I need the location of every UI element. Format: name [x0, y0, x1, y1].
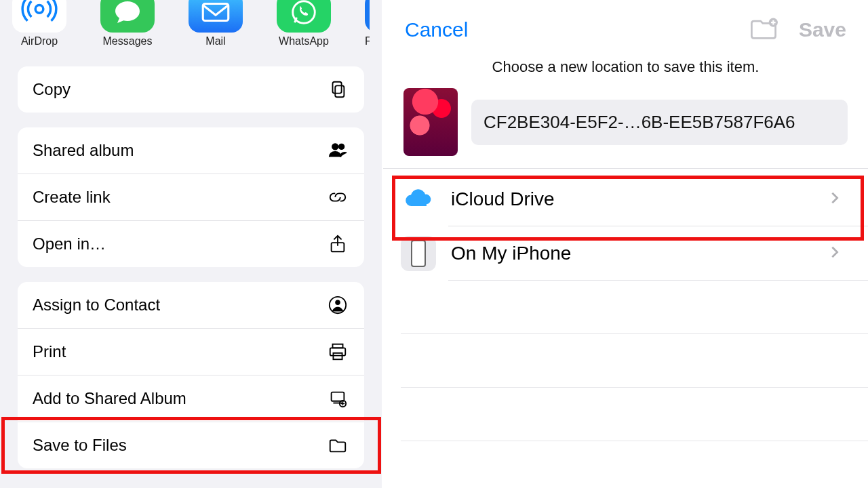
save-to-files-label: Save to Files [33, 436, 127, 455]
open-in-row[interactable]: Open in… [18, 220, 364, 267]
files-save-panel: Cancel Save Choose a new location to sav… [383, 0, 868, 488]
copy-label: Copy [33, 80, 71, 99]
copy-icon [326, 78, 349, 101]
app-whatsapp-label: WhatsApp [277, 35, 331, 47]
action-group-share: Shared album Create link Open in… [18, 127, 364, 267]
open-in-label: Open in… [33, 235, 106, 253]
chevron-right-icon [827, 245, 842, 262]
folder-icon [326, 434, 349, 457]
action-group-misc: Assign to Contact Print Add to Shared Al… [18, 282, 364, 468]
location-iphone-label: On My iPhone [451, 243, 812, 264]
print-label: Print [33, 342, 66, 361]
choose-location-text: Choose a new location to save this item. [383, 58, 868, 76]
app-airdrop[interactable]: AirDrop [12, 0, 66, 47]
create-link-row[interactable]: Create link [18, 174, 364, 220]
app-mail-label: Mail [189, 35, 243, 47]
app-mail[interactable]: Mail [189, 0, 243, 47]
mail-icon [189, 0, 243, 33]
app-messages[interactable]: Messages [100, 0, 155, 47]
file-preview-row: CF2BE304-E5F2-…6B-EE5B7587F6A6 [383, 76, 868, 168]
svg-point-9 [335, 300, 340, 306]
facebook-icon [365, 0, 370, 33]
share-up-icon [326, 232, 349, 256]
cancel-button[interactable]: Cancel [405, 18, 468, 41]
svg-rect-13 [332, 392, 344, 401]
save-to-files-row[interactable]: Save to Files [18, 422, 364, 468]
people-icon [326, 139, 349, 162]
copy-row[interactable]: Copy [18, 66, 364, 113]
iphone-icon [401, 236, 436, 271]
action-group-copy: Copy [18, 66, 364, 113]
svg-rect-3 [333, 82, 342, 94]
shared-album-label: Shared album [33, 141, 134, 160]
save-button[interactable]: Save [799, 18, 846, 41]
airdrop-icon [12, 0, 66, 33]
assign-contact-label: Assign to Contact [33, 296, 160, 314]
app-airdrop-label: AirDrop [12, 35, 66, 47]
share-apps-row: AirDrop Messages Mail WhatsApp Fa [0, 0, 382, 47]
svg-rect-14 [333, 403, 342, 404]
app-facebook[interactable]: Fa [365, 0, 370, 47]
printer-icon [326, 340, 349, 363]
svg-point-6 [339, 144, 344, 150]
svg-rect-11 [330, 348, 346, 355]
app-facebook-label: Fa [365, 35, 370, 47]
filename-field[interactable]: CF2BE304-E5F2-…6B-EE5B7587F6A6 [471, 100, 848, 145]
new-folder-icon[interactable] [749, 15, 778, 45]
app-messages-label: Messages [100, 35, 155, 47]
link-icon [326, 186, 349, 209]
chevron-right-icon [827, 190, 842, 208]
shared-album-row[interactable]: Shared album [18, 127, 364, 174]
add-shared-album-row[interactable]: Add to Shared Album [18, 375, 364, 422]
file-thumbnail [403, 88, 458, 156]
print-row[interactable]: Print [18, 328, 364, 375]
files-topbar: Cancel Save [383, 0, 868, 52]
locations-list: iCloud Drive On My iPhone [383, 172, 868, 281]
location-iphone-row[interactable]: On My iPhone [383, 226, 868, 281]
shared-album-add-icon [326, 387, 349, 410]
messages-icon [100, 0, 155, 33]
add-shared-album-label: Add to Shared Album [33, 389, 186, 408]
whatsapp-icon [277, 0, 331, 33]
share-sheet: AirDrop Messages Mail WhatsApp Fa Cop [0, 0, 383, 488]
empty-rows [383, 333, 868, 441]
svg-point-5 [332, 144, 338, 149]
svg-rect-4 [335, 85, 344, 97]
assign-contact-row[interactable]: Assign to Contact [18, 282, 364, 328]
location-icloud-row[interactable]: iCloud Drive [383, 172, 868, 226]
svg-point-0 [35, 5, 43, 14]
icloud-icon [401, 182, 436, 217]
svg-rect-1 [203, 4, 229, 21]
app-whatsapp[interactable]: WhatsApp [277, 0, 331, 47]
contact-icon [326, 293, 349, 317]
create-link-label: Create link [33, 188, 111, 207]
location-icloud-label: iCloud Drive [451, 188, 812, 210]
